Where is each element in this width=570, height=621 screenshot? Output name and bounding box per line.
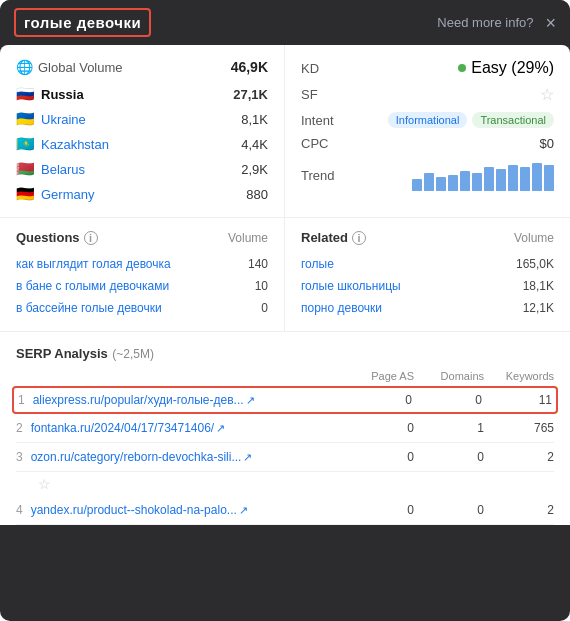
serp-page-as-2: 0 [324, 421, 414, 435]
trend-bar [448, 175, 458, 191]
serp-domains-3: 0 [414, 450, 484, 464]
serp-url-1[interactable]: aliexpress.ru/popular/худи-голые-дев... [33, 393, 244, 407]
trend-bar [484, 167, 494, 191]
related-link-3[interactable]: порно девочки [301, 301, 504, 315]
serp-num-4: 4 [16, 503, 23, 517]
related-info-icon[interactable]: i [352, 231, 366, 245]
questions-info-icon[interactable]: i [84, 231, 98, 245]
global-volume-row: 🌐 Global Volume 46,9K [16, 59, 268, 75]
question-vol-3: 0 [218, 301, 268, 315]
bookmark-icon-3[interactable]: ☆ [38, 476, 51, 492]
country-kazakhstan: 🇰🇿 Kazakhstan [16, 135, 109, 153]
serp-page-as-3: 0 [324, 450, 414, 464]
related-col: Related i Volume голые 165,0K голые школ… [285, 218, 570, 331]
germany-volume: 880 [246, 187, 268, 202]
russia-volume: 27,1K [233, 87, 268, 102]
related-vol-1: 165,0K [504, 257, 554, 271]
kd-text: Easy (29%) [471, 59, 554, 77]
question-row-2: в бане с голыми девочками 10 [16, 275, 268, 297]
serp-domains-4: 0 [414, 503, 484, 517]
close-button[interactable]: × [545, 14, 556, 32]
serp-url-cell-1: 1 aliexpress.ru/popular/худи-голые-дев..… [18, 393, 322, 407]
sf-row: SF ☆ [301, 85, 554, 104]
global-label-text: Global Volume [38, 60, 123, 75]
related-row-1: голые 165,0K [301, 253, 554, 275]
metrics-list: KD Easy (29%) SF ☆ Intent Informationa [301, 59, 554, 191]
serp-row-2: 2 fontanka.ru/2024/04/17/73471406/ ↗ 0 1… [16, 414, 554, 443]
questions-title: Questions i [16, 230, 98, 245]
ext-link-icon-4[interactable]: ↗ [239, 504, 248, 517]
trend-bar [424, 173, 434, 191]
trend-label: Trend [301, 168, 351, 183]
related-link-1[interactable]: голые [301, 257, 504, 271]
questions-col: Questions i Volume как выглядит голая де… [0, 218, 285, 331]
serp-url-4[interactable]: yandex.ru/product--shokolad-na-palo... [31, 503, 237, 517]
question-link-2[interactable]: в бане с голыми девочками [16, 279, 218, 293]
country-list: 🇷🇺 Russia 27,1K 🇺🇦 Ukraine 8,1K [16, 85, 268, 203]
kd-row: KD Easy (29%) [301, 59, 554, 77]
related-row-2: голые школьницы 18,1K [301, 275, 554, 297]
belarus-volume: 2,9K [241, 162, 268, 177]
serp-domains-2: 1 [414, 421, 484, 435]
serp-count: (~2,5M) [112, 347, 154, 361]
serp-url-cell-3: 3 ozon.ru/category/reborn-devochka-sili.… [16, 450, 324, 464]
need-more-info-link[interactable]: Need more info? [437, 15, 533, 30]
serp-keywords-4: 2 [484, 503, 554, 517]
col-domains: Domains [414, 370, 484, 382]
country-row-kazakhstan: 🇰🇿 Kazakhstan 4,4K [16, 135, 268, 153]
serp-url-3[interactable]: ozon.ru/category/reborn-devochka-sili... [31, 450, 242, 464]
questions-header: Questions i Volume [16, 230, 268, 245]
ext-link-icon-1[interactable]: ↗ [246, 394, 255, 407]
trend-bar [520, 167, 530, 191]
middle-section: Questions i Volume как выглядит голая де… [0, 218, 570, 332]
question-vol-2: 10 [218, 279, 268, 293]
serp-num-1: 1 [18, 393, 25, 407]
country-ukraine: 🇺🇦 Ukraine [16, 110, 86, 128]
serp-num-3: 3 [16, 450, 23, 464]
related-header: Related i Volume [301, 230, 554, 245]
serp-num-2: 2 [16, 421, 23, 435]
country-row-germany: 🇩🇪 Germany 880 [16, 185, 268, 203]
panel: голые девочки Need more info? × 🌐 Global… [0, 0, 570, 621]
trend-row: Trend [301, 159, 554, 191]
serp-keywords-1: 11 [482, 393, 552, 407]
serp-row-1: 1 aliexpress.ru/popular/худи-голые-дев..… [12, 386, 558, 414]
content: 🌐 Global Volume 46,9K 🇷🇺 Russia 27,1K [0, 45, 570, 525]
question-link-1[interactable]: как выглядит голая девочка [16, 257, 218, 271]
trend-bar [496, 169, 506, 191]
flag-germany: 🇩🇪 [16, 185, 35, 203]
serp-title: SERP Analysis [16, 346, 108, 361]
right-col: KD Easy (29%) SF ☆ Intent Informationa [285, 45, 570, 217]
top-section: 🌐 Global Volume 46,9K 🇷🇺 Russia 27,1K [0, 45, 570, 218]
flag-ukraine: 🇺🇦 [16, 110, 35, 128]
intent-label: Intent [301, 113, 351, 128]
header: голые девочки Need more info? × [0, 0, 570, 45]
question-row-3: в бассейне голые девочки 0 [16, 297, 268, 319]
related-link-2[interactable]: голые школьницы [301, 279, 504, 293]
sf-star-icon[interactable]: ☆ [540, 85, 554, 104]
left-col: 🌐 Global Volume 46,9K 🇷🇺 Russia 27,1K [0, 45, 285, 217]
serp-section: SERP Analysis (~2,5M) Page AS Domains Ke… [0, 332, 570, 525]
serp-row-4: 4 yandex.ru/product--shokolad-na-palo...… [16, 496, 554, 525]
related-vol-header: Volume [514, 231, 554, 245]
ext-link-icon-3[interactable]: ↗ [243, 451, 252, 464]
trend-bar [508, 165, 518, 191]
trend-bar [460, 171, 470, 191]
header-right: Need more info? × [437, 14, 556, 32]
flag-belarus: 🇧🇾 [16, 160, 35, 178]
country-germany: 🇩🇪 Germany [16, 185, 94, 203]
cpc-row: CPC $0 [301, 136, 554, 151]
ext-link-icon-2[interactable]: ↗ [216, 422, 225, 435]
serp-url-cell-2: 2 fontanka.ru/2024/04/17/73471406/ ↗ [16, 421, 324, 435]
intent-badges: Informational Transactional [388, 112, 554, 128]
country-row-ukraine: 🇺🇦 Ukraine 8,1K [16, 110, 268, 128]
kazakhstan-volume: 4,4K [241, 137, 268, 152]
header-title: голые девочки [14, 8, 151, 37]
kd-dot [458, 64, 466, 72]
question-link-3[interactable]: в бассейне голые девочки [16, 301, 218, 315]
question-vol-1: 140 [218, 257, 268, 271]
serp-page-as-4: 0 [324, 503, 414, 517]
serp-title-group: SERP Analysis (~2,5M) [16, 344, 154, 362]
country-row-belarus: 🇧🇾 Belarus 2,9K [16, 160, 268, 178]
serp-url-2[interactable]: fontanka.ru/2024/04/17/73471406/ [31, 421, 215, 435]
